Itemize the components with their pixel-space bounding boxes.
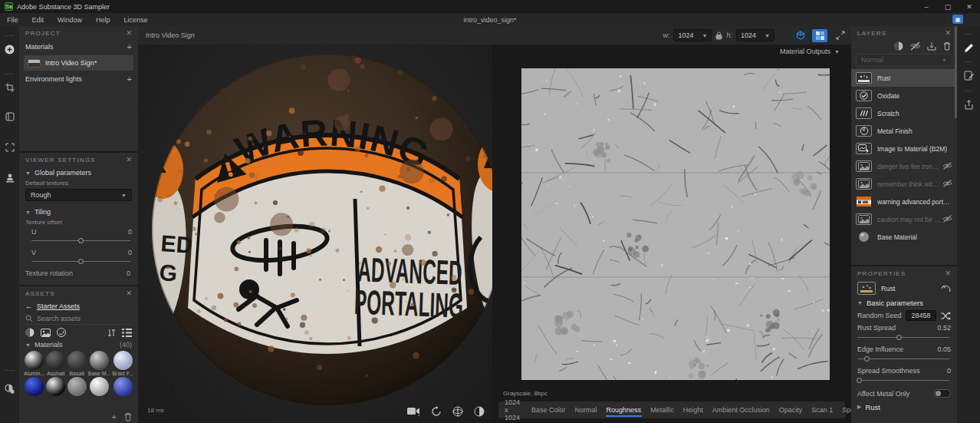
v-value[interactable]: 0 [128,249,132,256]
edge-influence-value[interactable]: 0.05 [937,345,951,353]
material-asset-braid-f-[interactable]: Braid F... [112,351,133,376]
u-value[interactable]: 0 [128,228,132,236]
import-layer-icon[interactable] [927,41,936,51]
material-asset-asphalt[interactable]: Asphalt [46,351,65,376]
camera-icon[interactable] [407,406,420,416]
material-asset-basalt[interactable]: Basalt [67,351,87,376]
adjustment-icon[interactable] [894,41,903,51]
share-export-icon[interactable] [957,100,980,110]
viewport-3d[interactable]: Intro Video Sign ED G [138,26,492,423]
materials-group-header[interactable]: ▼ Materials (40) [19,339,138,350]
spread-smoothness-slider[interactable] [857,378,949,384]
album-panel-icon[interactable] [0,112,19,121]
global-parameters-section[interactable]: ▼ Global parameters [19,167,138,179]
channel-tab-roughness[interactable]: Roughness [603,405,646,415]
layer-row-base-material[interactable]: Base Material [851,228,957,246]
viewport-2d[interactable]: w: 1024▼ h: 1024▼ Material Outputs ▼ [492,26,851,423]
close-button[interactable]: ✕ [959,0,980,13]
rust-section-collapsed[interactable]: ▶ Rust [851,401,957,413]
tiling-section[interactable]: ▼ Tiling [19,206,138,218]
minimize-button[interactable]: – [916,0,937,13]
edit-layers-tool-icon[interactable] [957,71,980,81]
project-close-icon[interactable]: ✕ [126,29,132,37]
v-slider[interactable] [31,259,130,265]
material-asset-alumin-[interactable]: Alumin... [24,351,44,376]
material-asset-swatch-8[interactable] [88,377,111,397]
material-ball-icon[interactable] [474,406,485,417]
layers-scrollbar[interactable] [955,26,957,118]
menu-help[interactable]: Help [89,16,117,24]
frame-tool-icon[interactable] [0,143,19,152]
u-slider[interactable] [31,238,130,244]
material-asset-base-m-[interactable]: Base M... [88,351,111,376]
delete-layer-icon[interactable] [943,41,951,51]
channel-tab-scan-1[interactable]: Scan 1 [807,405,837,415]
add-material-button[interactable]: + [127,42,132,51]
menu-file[interactable]: File [0,16,25,24]
crop-tool-icon[interactable] [0,83,19,92]
visibility-off-icon[interactable] [942,180,952,189]
material-asset-swatch-5[interactable] [24,377,44,397]
visibility-off-icon[interactable] [942,215,952,224]
starter-assets-link[interactable]: ← Starter Assets [19,300,138,312]
layer-row-rust[interactable]: Rust [851,69,957,87]
delete-asset-icon[interactable] [124,412,132,421]
maximize-button[interactable]: ▢ [937,0,959,13]
notification-badge-icon[interactable]: ▣ [952,15,963,24]
channel-tab-ambient-occlusion[interactable]: Ambient Occlusion [709,405,774,415]
layer-row-oxidate[interactable]: Oxidate [851,87,957,104]
layer-row-remember-think-with-portals-png[interactable]: remember think with portals.png [851,175,957,193]
material-asset-swatch-6[interactable] [46,377,65,397]
effects-icon[interactable] [910,41,920,51]
channel-tab-normal[interactable]: Normal [571,405,601,415]
texture-2d-view[interactable] [521,68,830,380]
expand-view-icon[interactable] [836,31,845,40]
edge-influence-handle[interactable] [864,356,870,362]
layer-row-danger-live-fire-zone-png[interactable]: danger live fire zone.png [851,157,957,175]
affect-metal-only-toggle[interactable] [934,389,951,398]
channel-tab-opacity[interactable]: Opacity [775,405,807,415]
add-asset-button[interactable] [0,45,19,55]
channel-tab-metallic[interactable]: Metallic [646,405,678,415]
spread-smoothness-value[interactable]: 0 [947,367,951,375]
basic-parameters-section[interactable]: ▼ Basic parameters [851,296,957,309]
width-input[interactable]: 1024▼ [673,29,712,41]
menu-license[interactable]: License [117,16,155,24]
rust-spread-handle[interactable] [896,335,902,340]
view-2d-toggle[interactable] [812,29,827,42]
layer-row-metal-finish[interactable]: Metal Finish [851,122,957,140]
layer-row-image-to-material-b2m-[interactable]: Image to Material (B2M) [851,140,957,157]
layer-row-caution-may-not-be-suitable-to-all-[interactable]: caution may not be suitable to all... [851,210,957,228]
material-outputs-dropdown[interactable]: Material Outputs ▼ [780,48,844,55]
filter-images-icon[interactable] [41,329,51,337]
add-asset-button[interactable]: + [112,412,117,421]
u-slider-handle[interactable] [78,238,84,243]
layer-row-warning-advanced-portaling-png[interactable]: warning advanced portaling.png [851,193,957,210]
v-slider-handle[interactable] [78,259,84,264]
texture-rotation-value[interactable]: 0 [127,269,130,277]
layer-row-scratch[interactable]: Scratch [851,104,957,122]
edge-influence-slider[interactable] [857,356,949,362]
menu-window[interactable]: Window [51,16,89,24]
channel-tab-height[interactable]: Height [679,405,707,415]
rust-spread-value[interactable]: 0.52 [937,324,951,332]
asset-search[interactable]: Search assets [25,313,132,325]
view-3d-toggle[interactable] [793,29,808,42]
height-input[interactable]: 1024▼ [736,29,774,41]
default-texture-select[interactable]: Rough ▼ [25,189,132,201]
filter-smart-materials-icon[interactable] [57,328,66,337]
viewer-settings-close-icon[interactable]: ✕ [126,156,132,164]
channel-tab-base-color[interactable]: Base Color [528,405,570,415]
rust-spread-slider[interactable] [857,335,949,341]
random-seed-input[interactable]: 28458 [906,310,936,321]
filter-materials-icon[interactable] [25,328,35,337]
add-environment-button[interactable]: + [127,74,132,84]
reset-icon[interactable] [941,285,951,292]
assets-close-icon[interactable]: ✕ [126,289,132,297]
layers-close-icon[interactable]: ✕ [945,29,951,37]
material-item-intro-video-sign[interactable]: Intro Video Sign* [24,55,133,71]
properties-close-icon[interactable]: ✕ [945,269,951,277]
stamp-tool-icon[interactable] [0,173,19,183]
material-asset-swatch-7[interactable] [67,377,87,397]
list-view-icon[interactable] [122,329,132,337]
